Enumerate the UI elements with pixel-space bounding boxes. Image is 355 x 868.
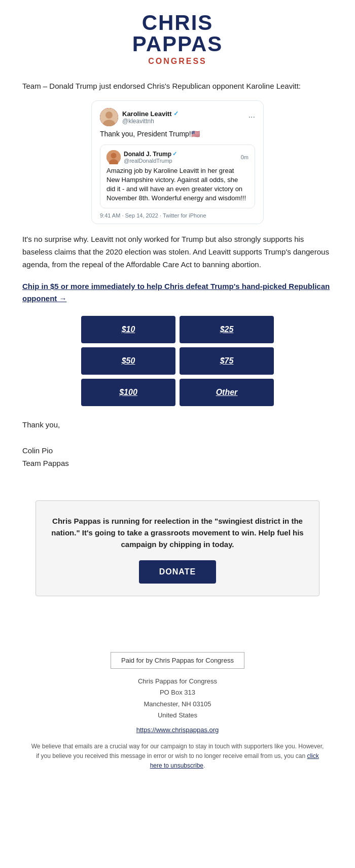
- signoff-block: Thank you, Colin Pio Team Pappas: [22, 418, 333, 470]
- signoff-team: Team Pappas: [22, 457, 333, 470]
- header-chris: CHRIS: [10, 12, 345, 33]
- donation-grid: $10 $25 $50 $75 $100 Other: [81, 316, 274, 406]
- retweet-time: 0m: [241, 154, 248, 160]
- spacer: [0, 611, 355, 652]
- paid-for-box: Paid for by Chris Pappas for Congress: [111, 652, 244, 669]
- tweet-name-block: Karoline Leavitt ✓ @kleavittnh: [122, 110, 179, 125]
- svg-point-4: [111, 153, 117, 158]
- donate-100-button[interactable]: $100: [81, 379, 175, 406]
- address-line1: Chris Pappas for Congress: [30, 676, 325, 687]
- tweet-header: Karoline Leavitt ✓ @kleavittnh ···: [100, 108, 255, 126]
- retweet-text: Amazing job by Karoline Leavitt in her g…: [106, 166, 248, 203]
- main-content: Team – Donald Trump just endorsed Chris'…: [0, 75, 355, 500]
- tweet-timestamp: 9:41 AM · Sep 14, 2022 · Twitter for iPh…: [100, 212, 255, 219]
- tweet-embed: Karoline Leavitt ✓ @kleavittnh ··· Thank…: [91, 100, 264, 224]
- donate-25-button[interactable]: $25: [180, 316, 274, 343]
- unsubscribe-link[interactable]: click here to unsubscribe: [150, 752, 319, 769]
- address-line2: PO Box 313: [30, 687, 325, 698]
- retweet-box: Donald J. Trump ✓ @realDonaldTrump 0m Am…: [100, 144, 255, 209]
- donate-other-button[interactable]: Other: [180, 379, 274, 406]
- retweet-verified-icon: ✓: [172, 151, 177, 157]
- tweet-avatar: [100, 108, 118, 126]
- tweet-user: Karoline Leavitt ✓ @kleavittnh: [100, 108, 179, 126]
- body-paragraph: It's no surprise why. Leavitt not only w…: [22, 233, 333, 271]
- retweet-display-name: Donald J. Trump ✓: [124, 151, 177, 158]
- tweet-more-icon[interactable]: ···: [248, 113, 255, 122]
- tweet-display-name: Karoline Leavitt ✓: [122, 110, 179, 118]
- address-block: Chris Pappas for Congress PO Box 313 Man…: [30, 676, 325, 720]
- legal-footer: Paid for by Chris Pappas for Congress Ch…: [0, 652, 355, 786]
- retweet-handle: @realDonaldTrump: [124, 158, 177, 164]
- cta-paragraph: Chip in $5 or more immediately to help C…: [22, 280, 333, 305]
- paid-for-text: Paid for by Chris Pappas for Congress: [121, 657, 234, 664]
- tweet-text: Thank you, President Trump!🇺🇸: [100, 129, 255, 139]
- header-congress: CONGRESS: [10, 57, 345, 66]
- tweet-avatar-image: [100, 108, 118, 126]
- header-pappas: PAPPAS: [10, 33, 345, 55]
- retweet-name-block: Donald J. Trump ✓ @realDonaldTrump: [124, 151, 177, 164]
- donate-50-button[interactable]: $50: [81, 347, 175, 375]
- donate-10-button[interactable]: $10: [81, 316, 175, 343]
- tweet-handle: @kleavittnh: [122, 118, 179, 125]
- cta-link[interactable]: Chip in $5 or more immediately to help C…: [22, 282, 330, 303]
- svg-point-1: [105, 112, 113, 119]
- donate-big-button[interactable]: DONATE: [139, 560, 216, 584]
- footer-box-text: Chris Pappas is running for reelection i…: [51, 515, 304, 551]
- thank-you-text: Thank you,: [22, 418, 333, 431]
- intro-text: Team – Donald Trump just endorsed Chris'…: [22, 80, 333, 92]
- donate-75-button[interactable]: $75: [180, 347, 274, 375]
- signoff-name: Colin Pio: [22, 444, 333, 457]
- retweet-header: Donald J. Trump ✓ @realDonaldTrump 0m: [106, 150, 248, 164]
- tweet-verified-icon: ✓: [173, 110, 179, 117]
- email-header: CHRIS PAPPAS CONGRESS: [0, 0, 355, 75]
- retweet-user: Donald J. Trump ✓ @realDonaldTrump: [106, 150, 177, 164]
- retweet-avatar: [106, 150, 121, 164]
- unsubscribe-text: We believe that emails are a crucial way…: [30, 742, 325, 771]
- address-line3: Manchester, NH 03105: [30, 699, 325, 710]
- footer-box: Chris Pappas is running for reelection i…: [36, 500, 320, 597]
- website-link[interactable]: https://www.chrispappas.org: [30, 726, 325, 734]
- address-line4: United States: [30, 710, 325, 721]
